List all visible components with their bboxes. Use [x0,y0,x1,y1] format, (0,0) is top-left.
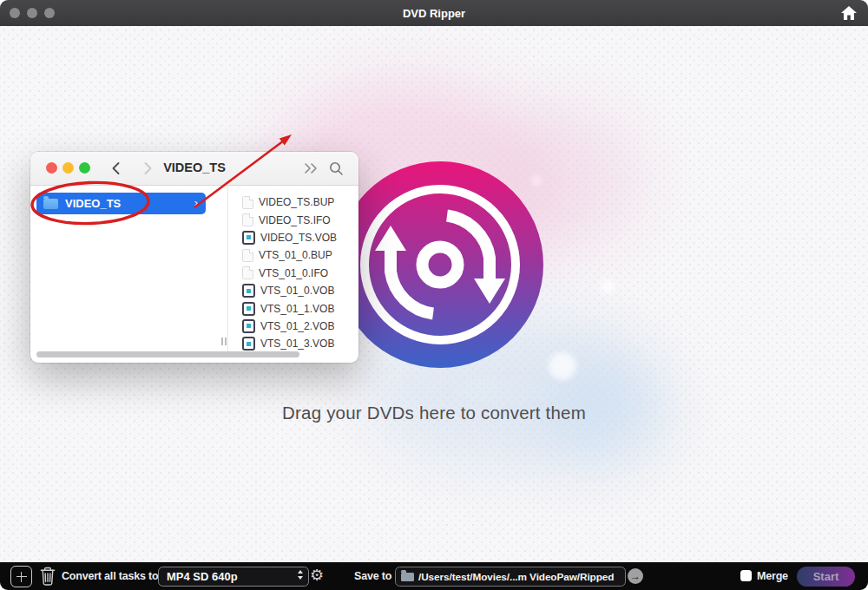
app-window: DVD Ripper [0,0,868,590]
video-file-icon [242,319,255,333]
format-value: MP4 SD 640p [159,570,238,583]
file-row[interactable]: VIDEO_TS.BUP [242,193,373,211]
trash-icon [41,568,54,586]
convert-label: Convert all tasks to [62,562,158,590]
video-file-icon [242,231,255,245]
file-name: VTS_01_2.VOB [260,320,334,332]
file-row[interactable]: VTS_01_1.VOB [242,299,373,317]
folder-icon [43,199,58,209]
minimize-button[interactable] [27,8,37,18]
bottom-toolbar: Convert all tasks to MP4 SD 640p ⚙ Save … [0,562,868,590]
folder-icon [401,573,414,581]
gear-icon: ⚙ [310,567,324,584]
file-row[interactable]: VTS_01_3.VOB [242,335,373,352]
file-name: VIDEO_TS.IFO [259,214,331,226]
column-resize-handle[interactable] [221,338,227,345]
sidebar-item-label: VIDEO_TS [65,197,121,210]
right-arrow-icon: → [630,570,641,582]
file-row[interactable]: VIDEO_TS.IFO [242,211,373,228]
file-list: VIDEO_TS.BUP VIDEO_TS.IFO VIDEO_TS.VOB V… [227,186,373,365]
file-name: VTS_01_1.VOB [260,303,334,315]
home-button[interactable] [839,3,858,23]
search-icon[interactable] [329,161,344,176]
settings-button[interactable]: ⚙ [310,562,324,590]
start-button[interactable]: Start [797,567,855,587]
app-title: DVD Ripper [403,7,465,20]
finder-titlebar: VIDEO_TS [30,152,358,186]
merge-checkbox[interactable] [740,570,752,581]
merge-label: Merge [757,562,788,590]
video-file-icon [242,337,255,351]
annotation-arrowhead [279,134,292,145]
bokeh-dot [549,352,576,380]
format-dropdown[interactable]: MP4 SD 640p [158,567,309,587]
file-row[interactable]: VTS_01_0.IFO [242,265,373,282]
file-row[interactable]: VTS_01_0.BUP [242,246,373,264]
file-name: VIDEO_TS.VOB [260,232,337,244]
video-file-icon [242,302,255,316]
document-icon [242,249,253,262]
file-name: VIDEO_TS.BUP [259,196,334,208]
finder-body: VIDEO_TS › VIDEO_TS.BUP VIDEO_TS.IFO VID… [30,186,358,363]
zoom-button[interactable] [44,8,55,18]
document-icon [242,266,253,279]
file-row[interactable]: VTS_01_0.VOB [242,282,373,299]
horizontal-scrollbar[interactable] [36,351,299,357]
app-titlebar: DVD Ripper [0,0,868,26]
toolbar-overflow-icon[interactable] [305,163,318,174]
file-name: VTS_01_0.IFO [259,267,328,279]
add-dvd-button[interactable] [10,566,32,587]
file-row[interactable]: VIDEO_TS.VOB [242,229,373,246]
video-file-icon [242,284,255,298]
sidebar-item-video-ts[interactable]: VIDEO_TS › [36,193,206,214]
window-controls [10,8,55,18]
open-folder-button[interactable]: → [628,568,643,584]
file-row[interactable]: VTS_01_2.VOB [242,318,373,335]
delete-button[interactable] [38,566,57,587]
file-name: VTS_01_3.VOB [260,338,334,350]
document-icon [242,196,253,209]
file-name: VTS_01_0.BUP [259,249,332,261]
finder-window: VIDEO_TS VIDEO_TS › [30,152,358,363]
save-to-label: Save to [354,562,391,590]
drop-area[interactable]: Drag your DVDs here to convert them VIDE… [0,26,868,562]
close-button[interactable] [10,8,20,18]
updown-arrows-icon [298,570,303,580]
home-icon [840,4,858,22]
chevron-right-icon: › [194,196,198,209]
file-name: VTS_01_0.VOB [260,285,334,297]
drop-hint-text: Drag your DVDs here to convert them [0,403,868,423]
save-path-field[interactable]: /Users/test/Movies/...m VideoPaw/Ripped [395,567,626,587]
bokeh-dot [601,279,615,293]
start-button-label: Start [813,570,839,583]
save-path-value: /Users/test/Movies/...m VideoPaw/Ripped [418,571,614,583]
document-icon [242,213,253,226]
